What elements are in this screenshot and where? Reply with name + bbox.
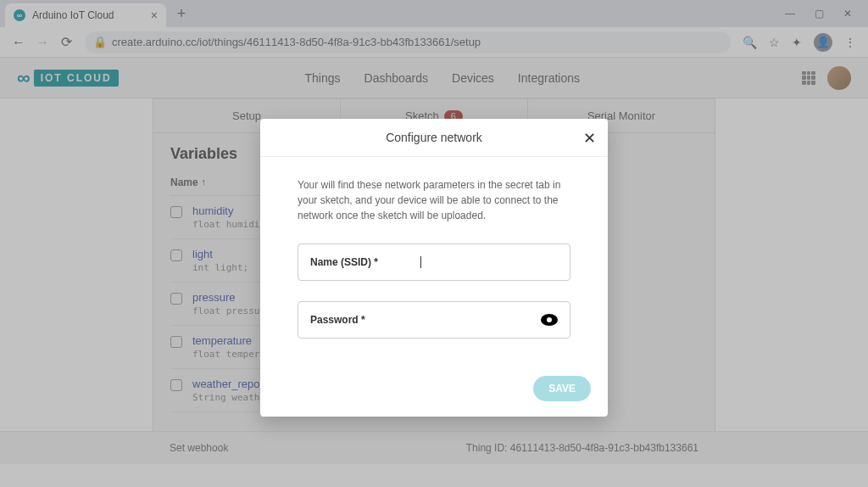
modal-description: Your will find these network parameters … [298,177,570,223]
configure-network-modal: Configure network ✕ Your will find these… [260,119,608,417]
ssid-label: Name (SSID) * [310,256,378,268]
modal-title: Configure network [386,131,482,144]
reveal-password-icon[interactable] [541,314,558,326]
password-input[interactable]: Password * [298,301,570,339]
ssid-input[interactable]: Name (SSID) * [298,244,570,281]
password-label: Password * [310,314,365,326]
modal-header: Configure network ✕ [260,119,608,157]
text-cursor-icon [420,256,421,268]
save-button[interactable]: SAVE [533,376,591,401]
modal-overlay[interactable]: Configure network ✕ Your will find these… [0,0,868,487]
close-icon[interactable]: ✕ [583,129,596,148]
